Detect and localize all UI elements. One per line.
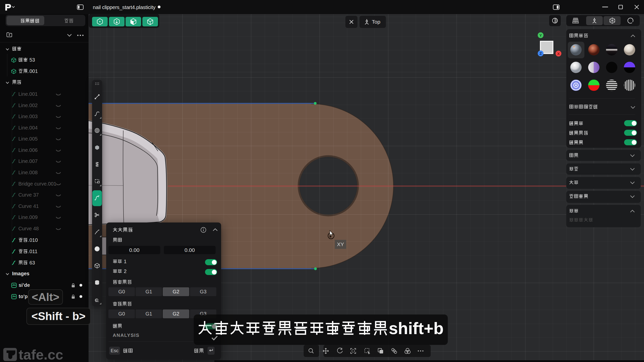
svg-text:Y: Y: [539, 33, 542, 37]
svg-text:X: X: [557, 52, 560, 56]
svg-text:Z: Z: [539, 51, 542, 56]
